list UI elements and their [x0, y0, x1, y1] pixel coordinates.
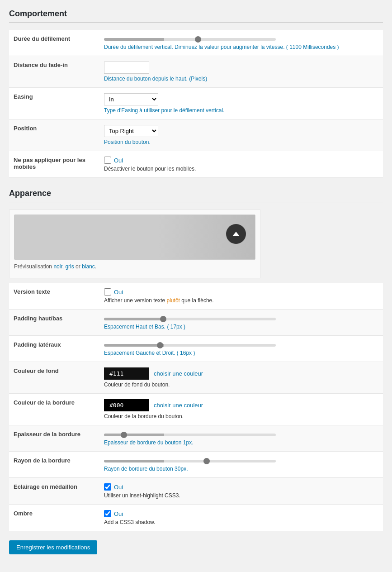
duree-defilement-slider-container	[104, 35, 276, 42]
preview-caption: Prévisualisation noir, gris or blanc.	[14, 263, 255, 270]
comportement-table: Durée du défilement Durée du défilement …	[9, 30, 383, 178]
couleur-fond-choose-link[interactable]: choisir une couleur	[154, 370, 203, 377]
couleur-bordure-label: Couleur de la bordure	[9, 394, 99, 425]
preview-scroll-button[interactable]	[226, 224, 246, 244]
epaisseur-bordure-slider-container	[104, 431, 276, 438]
couleur-fond-swatch: #111	[104, 367, 149, 380]
easing-description: Type d'Easing à utiliser pour le défilem…	[104, 107, 378, 114]
eclairage-medaillon-checkbox-row: Oui	[104, 483, 378, 491]
padding-lateraux-slider[interactable]	[104, 344, 276, 347]
preview-gris-link[interactable]: gris	[65, 263, 74, 270]
padding-lateraux-description: Espacement Gauche et Droit. ( 16px )	[104, 350, 378, 356]
couleur-fond-control: #111 choisir une couleur Couleur de fond…	[99, 362, 383, 394]
distance-fadein-label: Distance du fade-in	[9, 56, 99, 88]
distance-fadein-row: Distance du fade-in 300 Distance du bout…	[9, 56, 383, 88]
ombre-checkbox[interactable]	[104, 510, 111, 517]
apparence-title: Apparence	[9, 189, 383, 202]
eclairage-medaillon-label: Eclairage en médaillon	[9, 478, 99, 505]
couleur-bordure-choose-link[interactable]: choisir une couleur	[154, 402, 203, 409]
epaisseur-bordure-label: Epaisseur de la bordure	[9, 425, 99, 452]
version-texte-row: Version texte Oui Afficher une version t…	[9, 283, 383, 310]
padding-lateraux-label: Padding latéraux	[9, 336, 99, 362]
ombre-checkbox-row: Oui	[104, 510, 378, 517]
eclairage-medaillon-row: Eclairage en médaillon Oui Utiliser un i…	[9, 478, 383, 505]
duree-defilement-control: Durée du défilement vertical. Diminuez l…	[99, 30, 383, 56]
preview-period: .	[95, 263, 96, 270]
ombre-checkbox-label: Oui	[114, 510, 123, 517]
page-container: Comportement Durée du défilement Durée d…	[0, 5, 392, 568]
easing-desc-suffix: à utiliser pour le défilement vertical.	[138, 107, 224, 114]
version-texte-checkbox[interactable]	[104, 288, 111, 296]
distance-fadein-control: 300 Distance du bouton depuis le haut. (…	[99, 56, 383, 88]
preview-area	[14, 214, 255, 260]
easing-control: In Out InOut Type d'Easing à utiliser po…	[99, 88, 383, 119]
padding-lateraux-control: Espacement Gauche et Droit. ( 16px )	[99, 336, 383, 362]
position-label: Position	[9, 119, 99, 151]
couleur-fond-row: Couleur de fond #111 choisir une couleur…	[9, 362, 383, 394]
duree-defilement-description: Durée du défilement vertical. Diminuez l…	[104, 44, 378, 50]
preview-blanc-link[interactable]: blanc	[82, 263, 95, 270]
mobile-checkbox-row: Oui	[104, 157, 378, 164]
couleur-fond-field: #111 choisir une couleur	[104, 367, 378, 380]
distance-fadein-input[interactable]: 300	[104, 62, 149, 74]
padding-lateraux-slider-container	[104, 341, 276, 348]
duree-defilement-row: Durée du défilement Durée du défilement …	[9, 30, 383, 56]
rayon-bordure-description: Rayon de bordure du bouton 30px.	[104, 466, 378, 472]
save-button[interactable]: Enregistrer les modifications	[9, 540, 97, 554]
epaisseur-bordure-row: Epaisseur de la bordure Epaisseur de bor…	[9, 425, 383, 452]
padding-lateraux-row: Padding latéraux Espacement Gauche et Dr…	[9, 336, 383, 362]
distance-fadein-description: Distance du bouton depuis le haut. (Pixe…	[104, 76, 378, 82]
epaisseur-bordure-description: Epaisseur de bordure du bouton 1px.	[104, 439, 378, 446]
rayon-bordure-row: Rayon de la bordure Rayon de bordure du …	[9, 452, 383, 478]
version-texte-description: Afficher une version texte plutôt que la…	[104, 297, 378, 304]
couleur-bordure-row: Couleur de la bordure #000 choisir une c…	[9, 394, 383, 425]
easing-desc-prefix: Type d'	[104, 107, 121, 114]
mobile-checkbox-label: Oui	[114, 157, 123, 164]
apparence-table: Version texte Oui Afficher une version t…	[9, 283, 383, 531]
comportement-title: Comportement	[9, 9, 383, 23]
padding-hautbas-slider-container	[104, 315, 276, 322]
easing-select[interactable]: In Out InOut	[104, 93, 158, 105]
padding-hautbas-control: Espacement Haut et Bas. ( 17px )	[99, 310, 383, 336]
padding-hautbas-row: Padding haut/bas Espacement Haut et Bas.…	[9, 310, 383, 336]
easing-label: Easing	[9, 88, 99, 119]
version-texte-control: Oui Afficher une version texte plutôt qu…	[99, 283, 383, 310]
couleur-bordure-description: Couleur de la bordure du bouton.	[104, 413, 378, 419]
easing-link[interactable]: Easing	[121, 107, 138, 114]
mobile-label: Ne pas appliquer pour les mobiles	[9, 151, 99, 178]
rayon-bordure-control: Rayon de bordure du bouton 30px.	[99, 452, 383, 478]
rayon-bordure-label: Rayon de la bordure	[9, 452, 99, 478]
position-row: Position Top Right Top Left Bottom Right…	[9, 119, 383, 151]
ombre-label: Ombre	[9, 505, 99, 531]
eclairage-medaillon-checkbox[interactable]	[104, 483, 111, 491]
version-texte-label: Version texte	[9, 283, 99, 310]
preview-noir-link[interactable]: noir	[53, 263, 62, 270]
couleur-fond-description: Couleur de fond du bouton.	[104, 381, 378, 388]
position-description: Position du bouton.	[104, 139, 378, 145]
position-select[interactable]: Top Right Top Left Bottom Right Bottom L…	[104, 125, 158, 137]
preview-caption-prefix: Prévisualisation	[14, 263, 53, 270]
epaisseur-bordure-control: Epaisseur de bordure du bouton 1px.	[99, 425, 383, 452]
version-texte-checkbox-row: Oui	[104, 288, 378, 296]
couleur-bordure-field: #000 choisir une couleur	[104, 399, 378, 411]
ombre-description: Add a CSS3 shadow.	[104, 519, 378, 525]
ombre-row: Ombre Oui Add a CSS3 shadow.	[9, 505, 383, 531]
padding-hautbas-label: Padding haut/bas	[9, 310, 99, 336]
mobile-control: Oui Désactiver le bouton pour les mobile…	[99, 151, 383, 178]
eclairage-medaillon-control: Oui Utiliser un inset-highlight CSS3.	[99, 478, 383, 505]
preview-sep2: or	[74, 263, 82, 270]
eclairage-medaillon-checkbox-label: Oui	[114, 484, 123, 491]
arrow-up-icon	[232, 232, 240, 236]
padding-hautbas-slider[interactable]	[104, 318, 276, 320]
position-control: Top Right Top Left Bottom Right Bottom L…	[99, 119, 383, 151]
ombre-control: Oui Add a CSS3 shadow.	[99, 505, 383, 531]
rayon-bordure-slider[interactable]	[104, 460, 276, 462]
rayon-bordure-slider-container	[104, 457, 276, 464]
duree-defilement-label: Durée du défilement	[9, 30, 99, 56]
preview-section: Prévisualisation noir, gris or blanc.	[9, 210, 260, 278]
epaisseur-bordure-slider[interactable]	[104, 434, 276, 436]
version-texte-checkbox-label: Oui	[114, 289, 123, 296]
mobile-checkbox[interactable]	[104, 157, 111, 164]
mobile-row: Ne pas appliquer pour les mobiles Oui Dé…	[9, 151, 383, 178]
duree-defilement-slider[interactable]	[104, 38, 276, 41]
